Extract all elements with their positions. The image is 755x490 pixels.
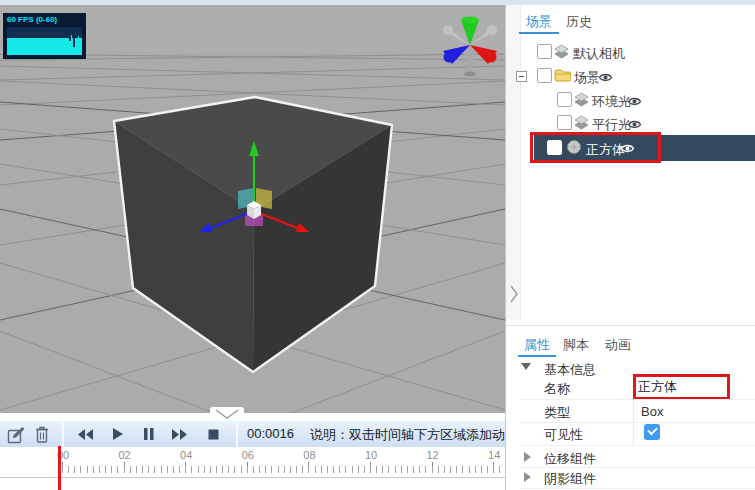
- ruler-label: 06: [242, 449, 254, 461]
- triangle-right-icon: [524, 452, 531, 462]
- mesh-icon: [566, 139, 582, 155]
- rewind-icon: [77, 428, 94, 441]
- stop-icon: [207, 428, 220, 441]
- ruler-label: 04: [180, 449, 192, 461]
- active-tab-underline: [518, 355, 556, 357]
- section-label: 位移组件: [544, 450, 596, 468]
- viewport-canvas: [0, 5, 505, 413]
- pencil-icon: [13, 427, 25, 438]
- prop-label-name: 名称: [544, 380, 570, 398]
- viewport-3d[interactable]: 60 FPS (0-60): [0, 5, 505, 413]
- fps-label: 60 FPS (0-60): [7, 15, 57, 24]
- visibility-checkbox[interactable]: [644, 424, 660, 440]
- section-label: 基本信息: [544, 361, 596, 379]
- tab-script[interactable]: 脚本: [563, 336, 589, 354]
- fast-forward-button[interactable]: [168, 424, 190, 444]
- timeline-toolbar: 00:0016 说明：双击时间轴下方区域添加动画。: [0, 421, 505, 448]
- panel-divider: [506, 325, 755, 326]
- scene-checkbox[interactable]: [537, 68, 552, 83]
- play-button[interactable]: [106, 424, 128, 444]
- prop-label-visibility: 可见性: [544, 426, 583, 444]
- tab-properties[interactable]: 属性: [524, 336, 550, 354]
- tab-scene[interactable]: 场景: [526, 13, 552, 31]
- stop-button[interactable]: [202, 424, 224, 444]
- pause-icon: [142, 427, 155, 441]
- tree-item-label: 场景: [574, 69, 600, 87]
- eye-icon[interactable]: [598, 72, 613, 83]
- delete-keyframe-button[interactable]: [31, 424, 53, 444]
- object-icon: [574, 115, 589, 130]
- eye-icon[interactable]: [627, 96, 642, 107]
- cube-object[interactable]: [114, 97, 392, 372]
- cube-checkbox[interactable]: [547, 140, 562, 155]
- ruler-baseline: [0, 477, 505, 478]
- timeline-hint: 说明：双击时间轴下方区域添加动画。: [310, 426, 531, 444]
- tree-item-label: 环境光: [592, 93, 631, 111]
- prop-label-type: 类型: [544, 404, 570, 422]
- section-label: 阴影组件: [544, 470, 596, 488]
- name-input[interactable]: [638, 377, 726, 397]
- editor-window: 60 FPS (0-60): [0, 0, 755, 490]
- viewport-bottom-strip: [0, 413, 505, 421]
- collapse-expander[interactable]: [516, 71, 527, 82]
- timeline-ruler[interactable]: 00 02 04 06 08 10 12 14: [0, 447, 505, 477]
- timecode: 00:0016: [247, 426, 294, 441]
- panel-expand-handle[interactable]: [508, 283, 520, 305]
- eye-icon[interactable]: [620, 143, 635, 154]
- eye-icon[interactable]: [627, 119, 642, 130]
- toolbar-separator: [62, 421, 64, 447]
- object-icon: [554, 44, 569, 59]
- rewind-button[interactable]: [74, 424, 96, 444]
- active-tab-underline: [519, 32, 559, 34]
- tab-animation[interactable]: 动画: [605, 336, 631, 354]
- timeline-collapse-handle[interactable]: [210, 407, 244, 421]
- camera-checkbox[interactable]: [537, 44, 552, 59]
- ruler-label: 02: [118, 449, 130, 461]
- ambient-checkbox[interactable]: [557, 92, 572, 107]
- edit-keyframe-button[interactable]: [5, 424, 27, 444]
- ruler-label: 14: [488, 449, 500, 461]
- object-icon: [574, 92, 589, 107]
- trash-icon: [33, 425, 51, 444]
- ruler-label: 12: [426, 449, 438, 461]
- ruler-label: 08: [303, 449, 315, 461]
- pause-button[interactable]: [137, 424, 159, 444]
- ruler-label: 10: [365, 449, 377, 461]
- column-separator: [633, 374, 634, 444]
- right-panel: 场景 历史 默认相机 场景: [505, 5, 755, 490]
- playhead[interactable]: [58, 446, 61, 490]
- folder-icon: [554, 68, 571, 82]
- play-icon: [111, 427, 124, 441]
- triangle-down-icon: [521, 363, 531, 370]
- tree-item-label: 平行光: [592, 116, 631, 134]
- prop-value-type: Box: [641, 404, 663, 419]
- ruler-minor-ticks: [62, 466, 504, 473]
- directional-checkbox[interactable]: [557, 115, 572, 130]
- panel-splitter[interactable]: [506, 5, 521, 320]
- tree-item-label: 默认相机: [573, 45, 625, 63]
- fps-graph: [7, 27, 82, 55]
- fast-forward-icon: [171, 428, 188, 441]
- toolbar-separator: [236, 421, 238, 447]
- triangle-right-icon: [524, 472, 531, 482]
- tab-history[interactable]: 历史: [566, 13, 592, 31]
- fps-stats-panel[interactable]: 60 FPS (0-60): [3, 13, 86, 59]
